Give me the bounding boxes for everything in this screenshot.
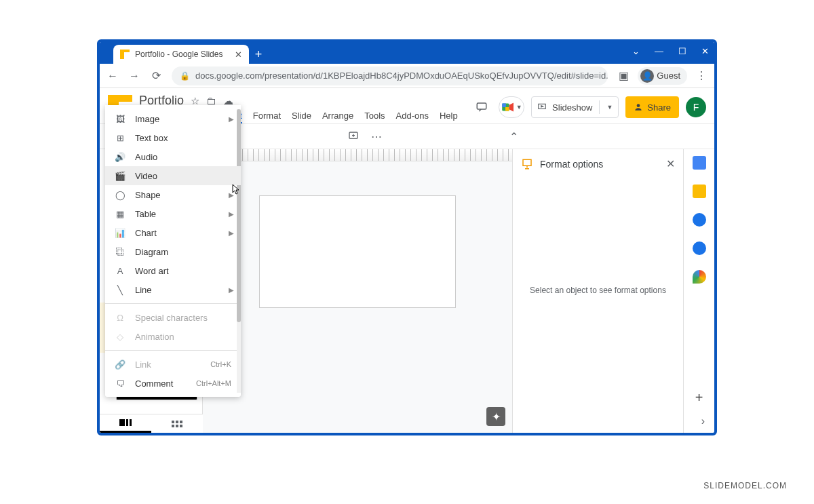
- toolbar-more-icon[interactable]: ⋯: [367, 127, 386, 146]
- add-on-plus-icon[interactable]: +: [695, 390, 703, 406]
- window-minimize-icon[interactable]: —: [655, 46, 663, 56]
- grid-view-button[interactable]: [151, 414, 203, 433]
- submenu-arrow-icon: ▶: [229, 115, 234, 123]
- insert-diagram[interactable]: ⿻Diagram: [105, 242, 241, 261]
- link-icon: 🔗: [115, 360, 125, 370]
- image-icon: 🖼: [115, 114, 125, 124]
- insert-link: 🔗LinkCtrl+K: [105, 355, 241, 374]
- address-bar[interactable]: 🔒 docs.google.com/presentation/d/1KBPElo…: [172, 66, 608, 85]
- insert-line[interactable]: ╲Line▶: [105, 280, 241, 299]
- chart-icon: 📊: [115, 228, 125, 238]
- filmstrip-view-button[interactable]: [100, 414, 151, 433]
- insert-animation: ◇Animation: [105, 327, 241, 346]
- menu-item-label: Audio: [135, 152, 157, 162]
- audio-icon: 🔊: [115, 152, 125, 162]
- keep-icon[interactable]: [693, 185, 706, 198]
- collapse-toolbar-icon[interactable]: ⌃: [504, 127, 523, 146]
- slideshow-button[interactable]: Slideshow ▼: [531, 96, 619, 118]
- window-dropdown-icon[interactable]: ⌄: [632, 46, 640, 56]
- comment-add-button[interactable]: [344, 127, 363, 146]
- menu-item-label: Shape: [135, 190, 161, 200]
- insert-text-box[interactable]: ⊞Text box: [105, 128, 241, 147]
- slide-canvas-area[interactable]: ✦: [203, 149, 512, 433]
- menu-item-label: Special characters: [135, 313, 208, 323]
- comments-icon[interactable]: [471, 97, 492, 117]
- table-icon: ▦: [115, 209, 125, 219]
- browser-tab[interactable]: Portfolio - Google Slides ✕: [113, 45, 249, 64]
- menu-item-label: Text box: [135, 133, 168, 143]
- meet-button[interactable]: ▼: [499, 96, 524, 118]
- insert-word-art[interactable]: AWord art: [105, 261, 241, 280]
- insert-comment[interactable]: 🗨CommentCtrl+Alt+M: [105, 374, 241, 393]
- tab-close-icon[interactable]: ✕: [235, 50, 242, 60]
- tab-title: Portfolio - Google Slides: [135, 50, 222, 59]
- insert-special-characters: ΩSpecial characters: [105, 308, 241, 327]
- side-panel-collapse-icon[interactable]: ›: [701, 415, 705, 427]
- wordart-icon: A: [115, 266, 125, 276]
- submenu-arrow-icon: ▶: [229, 286, 234, 294]
- lock-icon: 🔒: [180, 71, 190, 81]
- nav-back-icon[interactable]: ←: [106, 70, 119, 82]
- menu-add-ons[interactable]: Add-ons: [396, 111, 429, 123]
- menu-slide[interactable]: Slide: [292, 111, 311, 123]
- menu-help[interactable]: Help: [440, 111, 458, 123]
- format-panel-title: Format options: [540, 159, 659, 170]
- maps-icon[interactable]: [693, 270, 706, 284]
- shape-icon: ◯: [115, 190, 125, 200]
- menu-item-label: Image: [135, 114, 159, 124]
- mouse-cursor-icon: [230, 183, 241, 199]
- insert-menu-dropdown: 🖼Image▶⊞Text box🔊Audio🎬Video◯Shape▶▦Tabl…: [105, 105, 241, 397]
- insert-image[interactable]: 🖼Image▶: [105, 109, 241, 128]
- menu-item-label: Table: [135, 209, 156, 219]
- nav-forward-icon[interactable]: →: [128, 70, 140, 82]
- menu-item-label: Comment: [135, 379, 173, 389]
- insert-shape[interactable]: ◯Shape▶: [105, 185, 241, 204]
- reader-icon[interactable]: ▣: [617, 69, 629, 82]
- svg-rect-3: [505, 107, 509, 111]
- menu-item-label: Word art: [135, 266, 169, 276]
- slideshow-dropdown-icon[interactable]: ▼: [606, 104, 613, 111]
- video-icon: 🎬: [115, 171, 125, 181]
- line-icon: ╲: [115, 285, 125, 295]
- format-panel-close-icon[interactable]: ✕: [666, 157, 675, 170]
- share-button[interactable]: Share: [625, 96, 679, 118]
- submenu-arrow-icon: ▶: [229, 229, 234, 237]
- tasks-icon[interactable]: [693, 213, 706, 227]
- nav-reload-icon[interactable]: ⟳: [150, 69, 162, 82]
- explore-button[interactable]: ✦: [486, 407, 505, 426]
- user-avatar[interactable]: F: [686, 97, 706, 117]
- calendar-icon[interactable]: [693, 156, 706, 170]
- menu-format[interactable]: Format: [253, 111, 281, 123]
- slides-favicon: [120, 50, 130, 59]
- diagram-icon: ⿻: [115, 247, 125, 257]
- window-maximize-icon[interactable]: ☐: [678, 46, 686, 56]
- ruler: [203, 149, 512, 161]
- insert-table[interactable]: ▦Table▶: [105, 204, 241, 223]
- textbox-icon: ⊞: [115, 133, 125, 143]
- window-close-icon[interactable]: ✕: [701, 46, 709, 56]
- insert-video[interactable]: 🎬Video: [105, 166, 241, 185]
- menu-item-label: Line: [135, 285, 152, 295]
- svg-rect-7: [523, 159, 531, 166]
- menu-item-label: Diagram: [135, 247, 168, 257]
- menu-item-label: Animation: [135, 332, 174, 342]
- menu-item-label: Link: [135, 360, 151, 370]
- shortcut-label: Ctrl+K: [210, 360, 231, 368]
- browser-menu-icon[interactable]: ⋮: [695, 69, 708, 82]
- menu-tools[interactable]: Tools: [364, 111, 385, 123]
- special-icon: Ω: [115, 313, 125, 323]
- insert-audio[interactable]: 🔊Audio: [105, 147, 241, 166]
- new-tab-button[interactable]: +: [249, 45, 268, 64]
- submenu-arrow-icon: ▶: [229, 210, 234, 218]
- shortcut-label: Ctrl+Alt+M: [196, 379, 231, 387]
- browser-titlebar: Portfolio - Google Slides ✕ + ⌄ — ☐ ✕: [100, 42, 714, 64]
- svg-rect-2: [502, 103, 506, 107]
- guest-chip[interactable]: 👤 Guest: [638, 67, 687, 85]
- menu-item-label: Video: [135, 171, 157, 181]
- comment-icon: 🗨: [115, 379, 125, 389]
- slide-canvas[interactable]: [259, 195, 456, 308]
- contacts-icon[interactable]: [693, 241, 706, 255]
- insert-chart[interactable]: 📊Chart▶: [105, 223, 241, 242]
- watermark: SLIDEMODEL.COM: [703, 481, 787, 490]
- menu-arrange[interactable]: Arrange: [322, 111, 353, 123]
